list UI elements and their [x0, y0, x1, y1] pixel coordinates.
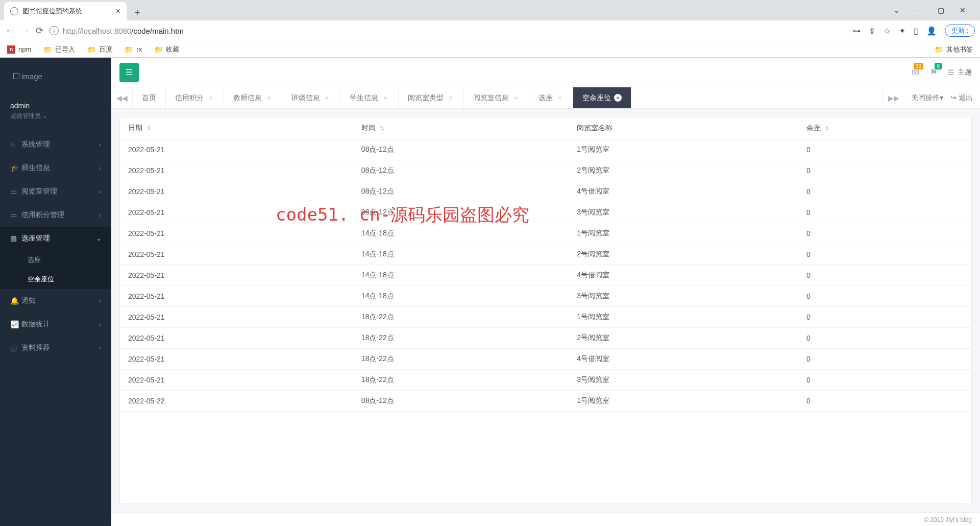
app-tab[interactable]: 教师信息×	[224, 87, 282, 108]
app-tab[interactable]: 首页	[133, 87, 166, 108]
app-tab[interactable]: 阅览室信息×	[464, 87, 529, 108]
sidebar-item-home[interactable]: ⌂系统管理‹	[0, 133, 111, 156]
user-role[interactable]: 超级管理员 ⌄	[10, 112, 101, 121]
tabs-scroll-right[interactable]: ▶▶	[883, 87, 904, 108]
sidebar-item-doc[interactable]: ▤资料推荐‹	[0, 336, 111, 360]
tab-title: 图书馆座位预约系统	[22, 7, 82, 16]
minimize-icon[interactable]: —	[915, 6, 922, 14]
table-row[interactable]: 2022-05-2108点-12点4号借阅室0	[120, 181, 971, 202]
book-icon: ▭	[10, 187, 21, 196]
column-header[interactable]: 时间 ⇅	[353, 117, 569, 139]
logout-icon: ↪	[950, 93, 957, 102]
cell-left: 0	[798, 223, 971, 244]
table-row[interactable]: 2022-05-2108点-12点1号阅览室0	[120, 139, 971, 160]
tab-label: 班级信息	[291, 93, 320, 103]
sidebar-item-grad[interactable]: 🎓师生信息‹	[0, 156, 111, 180]
close-window-icon[interactable]: ✕	[960, 6, 966, 14]
reload-icon[interactable]: ⟳	[36, 25, 43, 36]
close-icon[interactable]: ×	[323, 94, 331, 102]
app-tab[interactable]: 信用积分×	[166, 87, 224, 108]
close-icon[interactable]: ×	[512, 94, 520, 102]
sidebar-item-book[interactable]: ▭阅览室管理‹	[0, 180, 111, 203]
share-icon[interactable]: ⇪	[869, 26, 875, 36]
tab-label: 信用积分	[175, 93, 204, 103]
other-bookmarks[interactable]: 📁其他书签	[935, 45, 973, 54]
sort-icon: ⇅	[146, 125, 151, 131]
app-tab[interactable]: 选座×	[529, 87, 573, 108]
table-row[interactable]: 2022-05-2118点-22点4号借阅室0	[120, 349, 971, 370]
cell-left: 0	[798, 181, 971, 202]
cell-time: 18点-22点	[353, 349, 569, 370]
bookmark-npm[interactable]: nnpm	[7, 45, 31, 54]
close-icon[interactable]: ×	[265, 94, 273, 102]
back-icon[interactable]: ←	[5, 26, 14, 36]
bookmark-fav[interactable]: 📁收藏	[154, 45, 179, 54]
column-header[interactable]: 余座 ⇅	[798, 117, 971, 139]
close-icon[interactable]: ×	[614, 94, 622, 102]
table-row[interactable]: 2022-05-2118点-22点3号阅览室0	[120, 370, 971, 391]
sidebar-item-bell[interactable]: 🔔通知‹	[0, 289, 111, 313]
table-wrap[interactable]: 日期 ⇅时间 ⇅阅览室名称余座 ⇅ 2022-05-2108点-12点1号阅览室…	[119, 117, 972, 504]
close-icon[interactable]: ×	[447, 94, 454, 102]
table-row[interactable]: 2022-05-2108点-12点3号阅览室0	[120, 202, 971, 223]
chevron-left-icon: ‹	[99, 188, 101, 195]
sidebar-item-label: 师生信息	[21, 163, 50, 173]
maximize-icon[interactable]: ▢	[938, 6, 944, 14]
close-icon[interactable]: ×	[381, 94, 389, 102]
url-path: /code/main.htm	[131, 27, 184, 35]
url-input[interactable]: i http://localhost:8080/code/main.htm	[50, 26, 846, 35]
flag-icon[interactable]: ⚑8	[929, 67, 938, 78]
bookmark-rx[interactable]: 📁rx	[125, 45, 142, 54]
table-row[interactable]: 2022-05-2114点-18点2号阅览室0	[120, 244, 971, 265]
table-row[interactable]: 2022-05-2118点-22点2号阅览室0	[120, 328, 971, 349]
app-tab[interactable]: 班级信息×	[282, 87, 340, 108]
profile-icon[interactable]: 👤	[926, 26, 937, 36]
app-tab[interactable]: 空余座位×	[573, 87, 631, 108]
sidebar-item-card[interactable]: ▭信用积分管理‹	[0, 203, 111, 227]
star-icon[interactable]: ☆	[884, 26, 891, 36]
cell-room: 3号阅览室	[569, 202, 798, 223]
submenu-item[interactable]: 空余座位	[0, 270, 111, 289]
close-icon[interactable]: ×	[116, 7, 120, 16]
app: image admin 超级管理员 ⌄ ⌂系统管理‹🎓师生信息‹▭阅览室管理‹▭…	[0, 58, 980, 526]
new-tab-button[interactable]: +	[130, 5, 145, 20]
close-icon[interactable]: ×	[207, 94, 214, 102]
theme-button[interactable]: ☲主题	[948, 68, 972, 77]
key-icon[interactable]: ⊶	[852, 26, 861, 36]
extension-icon[interactable]: ✦	[899, 26, 905, 36]
logout-button[interactable]: ↪ 退出	[950, 93, 973, 103]
sort-icon: ⇅	[380, 125, 384, 131]
table-row[interactable]: 2022-05-2108点-12点2号阅览室0	[120, 160, 971, 181]
table-row[interactable]: 2022-05-2114点-18点4号借阅室0	[120, 265, 971, 286]
forward-icon[interactable]: →	[20, 26, 30, 36]
column-header[interactable]: 日期 ⇅	[120, 117, 353, 139]
bookmark-baidu[interactable]: 📁百度	[87, 45, 112, 54]
app-tab[interactable]: 阅览室类型×	[399, 87, 464, 108]
site-info-icon[interactable]: i	[50, 26, 59, 35]
table-row[interactable]: 2022-05-2114点-18点1号阅览室0	[120, 223, 971, 244]
mail-icon[interactable]: ✉16	[912, 67, 919, 78]
tab-label: 教师信息	[233, 93, 262, 103]
bookmark-import[interactable]: 📁已导入	[43, 45, 75, 54]
sidebar-item-chart[interactable]: 📈数据统计‹	[0, 313, 111, 336]
table-row[interactable]: 2022-05-2118点-22点1号阅览室0	[120, 307, 971, 328]
cell-time: 18点-22点	[353, 307, 569, 328]
tabs-scroll-left[interactable]: ◀◀	[111, 87, 133, 108]
table-row[interactable]: 2022-05-2208点-12点1号阅览室0	[120, 391, 971, 412]
calendar-icon: ▦	[10, 234, 21, 243]
cell-date: 2022-05-21	[120, 139, 353, 160]
submenu-item[interactable]: 选座	[0, 250, 111, 270]
content: 日期 ⇅时间 ⇅阅览室名称余座 ⇅ 2022-05-2108点-12点1号阅览室…	[111, 109, 980, 512]
close-icon[interactable]: ×	[556, 94, 564, 102]
tab-label: 阅览室信息	[473, 93, 509, 103]
sidebar-item-calendar[interactable]: ▦选座管理⌄	[0, 227, 111, 250]
table-row[interactable]: 2022-05-2114点-18点3号阅览室0	[120, 286, 971, 307]
caret-down-icon[interactable]: ⌄	[894, 6, 900, 14]
menu-toggle-button[interactable]: ☰	[119, 63, 139, 82]
close-ops-button[interactable]: 关闭操作▾	[911, 93, 943, 103]
app-tab[interactable]: 学生信息×	[340, 87, 399, 108]
cell-time: 08点-12点	[353, 139, 569, 160]
update-button[interactable]: 更新 :	[945, 25, 975, 37]
panel-icon[interactable]: ▯	[914, 26, 918, 36]
browser-tab[interactable]: 图书馆座位预约系统 ×	[4, 2, 127, 20]
